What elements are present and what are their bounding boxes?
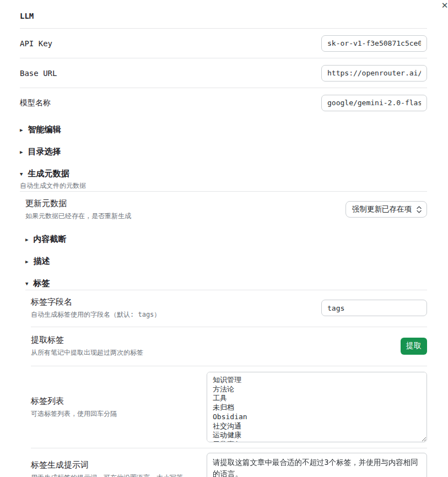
tags-section-body: 标签字段名 自动生成标签使用的字段名（默认: tags） 提取标签 从所有笔记中… <box>31 290 427 477</box>
update-metadata-label: 更新元数据 <box>25 197 131 210</box>
tag-prompt-label: 标签生成提示词 <box>31 459 183 471</box>
collapse-arrow-icon: ▶ <box>20 148 23 156</box>
tag-list-label: 标签列表 <box>31 395 117 408</box>
api-key-row: API Key <box>20 29 427 58</box>
update-metadata-row: 更新元数据 如果元数据已经存在，是否重新生成 强制更新已存在项 <box>25 192 427 228</box>
section-header-tags[interactable]: ▼ 标签 <box>25 279 427 288</box>
extract-tags-button[interactable]: 提取 <box>401 338 427 355</box>
section-title-generate-metadata: 生成元数据 <box>28 169 69 178</box>
section-title-directory-select: 目录选择 <box>28 147 61 156</box>
tag-field-name-input[interactable] <box>321 300 427 316</box>
section-header-directory-select[interactable]: ▶ 目录选择 <box>20 147 427 156</box>
model-name-input[interactable] <box>321 95 427 111</box>
update-metadata-select-value: 强制更新已存在项 <box>352 204 412 214</box>
tag-list-textarea[interactable]: 知识管理 方法论 工具 未归档 Obsidian 社交沟通 运动健康 日常事务 <box>207 372 427 442</box>
section-header-description[interactable]: ▶ 描述 <box>25 257 427 266</box>
generate-metadata-subtitle: 自动生成文件的元数据 <box>20 182 427 189</box>
section-header-smart-edit[interactable]: ▶ 智能编辑 <box>20 125 427 134</box>
collapse-arrow-icon: ▶ <box>25 257 28 266</box>
select-arrows-icon <box>417 205 422 214</box>
expand-arrow-icon: ▼ <box>20 170 23 178</box>
section-title-smart-edit: 智能编辑 <box>28 125 61 134</box>
api-key-label: API Key <box>20 39 52 48</box>
tag-field-name-row: 标签字段名 自动生成标签使用的字段名（默认: tags） <box>31 290 427 327</box>
tag-prompt-texts: 标签生成提示词 用于生成标签的提示词，可在此设置语言、大小写等 <box>31 459 183 477</box>
collapse-arrow-icon: ▶ <box>20 126 23 134</box>
close-icon: ✕ <box>441 1 448 10</box>
settings-panel: LLM API Key Base URL 模型名称 ▶ 智能编辑 ▶ 目录选择 … <box>0 12 448 477</box>
section-header-content-truncation[interactable]: ▶ 内容截断 <box>25 235 427 244</box>
tag-field-name-texts: 标签字段名 自动生成标签使用的字段名（默认: tags） <box>31 296 160 320</box>
extract-tags-texts: 提取标签 从所有笔记中提取出现超过两次的标签 <box>31 334 143 358</box>
model-name-label: 模型名称 <box>20 98 51 108</box>
api-key-input[interactable] <box>321 35 427 52</box>
generate-metadata-section-body: 更新元数据 如果元数据已经存在，是否重新生成 强制更新已存在项 ▶ 内容截断 ▶… <box>25 192 427 477</box>
tag-prompt-desc: 用于生成标签的提示词，可在此设置语言、大小写等 <box>31 473 183 477</box>
expand-arrow-icon: ▼ <box>25 279 28 288</box>
tag-list-desc: 可选标签列表，使用回车分隔 <box>31 409 117 419</box>
section-title-content-truncation: 内容截断 <box>33 235 66 244</box>
section-header-generate-metadata[interactable]: ▼ 生成元数据 <box>20 169 427 178</box>
base-url-row: Base URL <box>20 58 427 88</box>
extract-tags-label: 提取标签 <box>31 334 143 346</box>
section-title-tags: 标签 <box>33 279 50 288</box>
tag-field-name-label: 标签字段名 <box>31 296 160 308</box>
extract-tags-desc: 从所有笔记中提取出现超过两次的标签 <box>31 348 143 358</box>
update-metadata-select[interactable]: 强制更新已存在项 <box>346 201 427 218</box>
tag-field-name-desc: 自动生成标签使用的字段名（默认: tags） <box>31 310 160 320</box>
update-metadata-desc: 如果元数据已经存在，是否重新生成 <box>25 211 131 221</box>
tag-list-texts: 标签列表 可选标签列表，使用回车分隔 <box>31 395 117 419</box>
tag-prompt-textarea[interactable]: 请提取这篇文章中最合适的不超过3个标签，并使用与内容相同的语言。 <box>207 453 427 477</box>
update-metadata-texts: 更新元数据 如果元数据已经存在，是否重新生成 <box>25 197 131 221</box>
collapse-arrow-icon: ▶ <box>25 235 28 244</box>
base-url-label: Base URL <box>20 69 57 78</box>
extract-tags-row: 提取标签 从所有笔记中提取出现超过两次的标签 提取 <box>31 327 427 366</box>
close-button[interactable]: ✕ <box>440 1 448 10</box>
tag-list-row: 标签列表 可选标签列表，使用回车分隔 知识管理 方法论 工具 未归档 Obsid… <box>31 366 427 448</box>
model-name-row: 模型名称 <box>20 88 427 117</box>
base-url-input[interactable] <box>321 65 427 82</box>
section-title-description: 描述 <box>33 257 50 266</box>
tag-prompt-row: 标签生成提示词 用于生成标签的提示词，可在此设置语言、大小写等 请提取这篇文章中… <box>31 448 427 477</box>
llm-section-title: LLM <box>20 12 427 21</box>
